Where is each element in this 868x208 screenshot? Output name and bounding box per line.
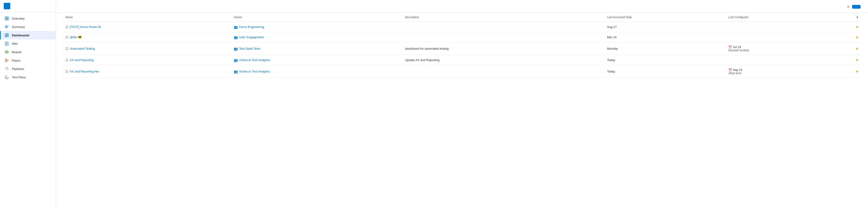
svg-rect-15 bbox=[5, 51, 6, 53]
star-cell: ★ bbox=[831, 42, 861, 55]
svg-rect-9 bbox=[7, 35, 8, 37]
svg-point-18 bbox=[5, 59, 6, 60]
svg-rect-4 bbox=[5, 26, 8, 26]
star-button[interactable]: ★ bbox=[856, 69, 859, 73]
svg-rect-1 bbox=[7, 17, 8, 18]
svg-line-23 bbox=[6, 61, 7, 62]
last-accessed-cell: Aug 17 bbox=[605, 22, 726, 32]
configured-date: Sep 21 bbox=[733, 68, 742, 72]
dashboard-link[interactable]: ☷AX and Reporting-Nw bbox=[65, 70, 230, 73]
star-button[interactable]: ★ bbox=[856, 47, 859, 50]
owner-cell: 👥Keros Engineering bbox=[232, 22, 403, 32]
sidebar-item-label-wiki: Wiki bbox=[12, 42, 18, 45]
header-actions: ≡ bbox=[847, 5, 861, 9]
filter-icon[interactable]: ≡ bbox=[847, 5, 849, 9]
col-owner: Owner bbox=[232, 13, 403, 22]
dashboard-icon: ☷ bbox=[65, 70, 68, 73]
star-cell: ★ bbox=[831, 32, 861, 42]
last-accessed-cell: Monday bbox=[605, 42, 726, 55]
table-body: ☷[TEST] Keros Power BI👥Keros Engineering… bbox=[63, 22, 861, 78]
dashboard-name: AX and Reporting bbox=[70, 58, 94, 62]
team-icon: 👥 bbox=[234, 70, 238, 73]
sidebar-item-boards[interactable]: Boards bbox=[0, 48, 56, 56]
sidebar-item-testplans[interactable]: Test Plans bbox=[0, 73, 56, 81]
main-content: ≡ Name Owner Description Last Accessed D… bbox=[56, 0, 868, 208]
description-cell bbox=[403, 65, 605, 78]
sidebar-item-dashboards[interactable]: Dashboards bbox=[0, 31, 56, 39]
star-button[interactable]: ★ bbox=[856, 25, 859, 29]
svg-rect-5 bbox=[5, 27, 7, 27]
star-button[interactable]: ★ bbox=[856, 35, 859, 39]
description-cell: dashboard for automated testing bbox=[403, 42, 605, 55]
dashboard-link[interactable]: ☷[TEST] Keros Power BI bbox=[65, 25, 230, 29]
wiki-icon bbox=[4, 41, 9, 46]
col-description: Description bbox=[403, 13, 605, 22]
last-accessed-cell: Mar 14 bbox=[605, 32, 726, 42]
last-configured-cell: ⏰Jul 18Ramesh Sunkari bbox=[726, 42, 831, 55]
team-icon: 👥 bbox=[234, 47, 238, 50]
svg-point-20 bbox=[7, 60, 8, 61]
sidebar-item-label-repos: Repos bbox=[12, 59, 21, 62]
new-dashboard-button[interactable] bbox=[852, 5, 861, 9]
dashboard-name-cell: ☷AX and Reporting bbox=[63, 55, 232, 65]
table-row: ☷Automated Testing👥Test Xplat Teamdashbo… bbox=[63, 42, 861, 55]
star-cell: ★ bbox=[831, 55, 861, 65]
sidebar: OverviewSummaryDashboardsWikiBoardsRepos… bbox=[0, 0, 56, 208]
sidebar-item-summary[interactable]: Summary bbox=[0, 23, 56, 31]
sidebar-item-overview[interactable]: Overview bbox=[0, 14, 56, 23]
last-accessed-cell: Today bbox=[605, 65, 726, 78]
sidebar-item-repos[interactable]: Repos bbox=[0, 56, 56, 65]
table-header: Name Owner Description Last Accessed Dat… bbox=[63, 13, 861, 22]
dashboards-table: Name Owner Description Last Accessed Dat… bbox=[63, 13, 861, 78]
repos-icon bbox=[4, 58, 9, 63]
clock-icon: ⏰ bbox=[728, 68, 732, 72]
dashboards-icon bbox=[4, 33, 9, 38]
sidebar-nav: OverviewSummaryDashboardsWikiBoardsRepos… bbox=[0, 12, 56, 208]
dashboard-name: AX and Reporting-Nw bbox=[70, 70, 99, 73]
dashboard-link[interactable]: ☷AX and Reporting bbox=[65, 58, 230, 62]
svg-rect-3 bbox=[7, 19, 8, 20]
dashboard-icon: ☷ bbox=[65, 58, 68, 62]
sidebar-item-pipelines[interactable]: Pipelines bbox=[0, 65, 56, 73]
col-last-configured: Last Configured bbox=[726, 13, 831, 22]
svg-rect-0 bbox=[5, 17, 6, 18]
dashboard-name: Automated Testing bbox=[70, 47, 95, 50]
table-row: ☷[TEST] Keros Power BI👥Keros Engineering… bbox=[63, 22, 861, 32]
sidebar-item-label-summary: Summary bbox=[12, 25, 25, 29]
owner-cell: 👥Test Xplat Team bbox=[232, 42, 403, 55]
col-last-accessed: Last Accessed Date bbox=[605, 13, 726, 22]
dashboard-name-cell: ☷[TEST] Keros Power BI bbox=[63, 22, 232, 32]
dashboard-link[interactable]: ☷Automated Testing bbox=[65, 47, 230, 50]
svg-line-22 bbox=[6, 60, 7, 60]
dashboard-name: [TEST] Keros Power BI bbox=[70, 25, 101, 29]
owner-name: AzDev.in Test Analytics bbox=[239, 58, 270, 62]
svg-point-19 bbox=[5, 61, 6, 62]
clock-icon: ⏰ bbox=[728, 45, 732, 49]
sidebar-item-label-testplans: Test Plans bbox=[12, 75, 26, 79]
description-cell: Update AX and Reporting bbox=[403, 55, 605, 65]
dashboard-icon: ☷ bbox=[65, 47, 68, 50]
col-star: ★ bbox=[831, 13, 861, 22]
sidebar-item-label-pipelines: Pipelines bbox=[12, 67, 24, 71]
sidebar-item-wiki[interactable]: Wiki bbox=[0, 39, 56, 48]
dashboard-icon: ☷ bbox=[65, 35, 68, 39]
owner-name: Test Xplat Team bbox=[239, 47, 260, 50]
sidebar-item-label-dashboards: Dashboards bbox=[12, 34, 29, 37]
pipelines-icon bbox=[4, 66, 9, 71]
col-name: Name bbox=[63, 13, 232, 22]
sidebar-header bbox=[0, 0, 56, 12]
dashboard-name-cell: ☷@Me 😎 bbox=[63, 32, 232, 42]
owner-name: AzDev.in Test Analytics bbox=[239, 70, 270, 73]
team-icon: 👥 bbox=[234, 58, 238, 62]
summary-icon bbox=[4, 25, 9, 29]
svg-rect-17 bbox=[7, 51, 8, 53]
star-cell: ★ bbox=[831, 65, 861, 78]
last-configured-cell: ⏰Sep 21Jihye Eom bbox=[726, 65, 831, 78]
owner-cell: 👥AzDev.in Test Analytics bbox=[232, 55, 403, 65]
description-cell bbox=[403, 32, 605, 42]
svg-rect-16 bbox=[6, 50, 7, 53]
table-row: ☷AX and Reporting-Nw👥AzDev.in Test Analy… bbox=[63, 65, 861, 78]
dashboard-link[interactable]: ☷@Me 😎 bbox=[65, 35, 230, 39]
star-button[interactable]: ★ bbox=[856, 58, 859, 62]
sidebar-item-label-overview: Overview bbox=[12, 17, 25, 20]
